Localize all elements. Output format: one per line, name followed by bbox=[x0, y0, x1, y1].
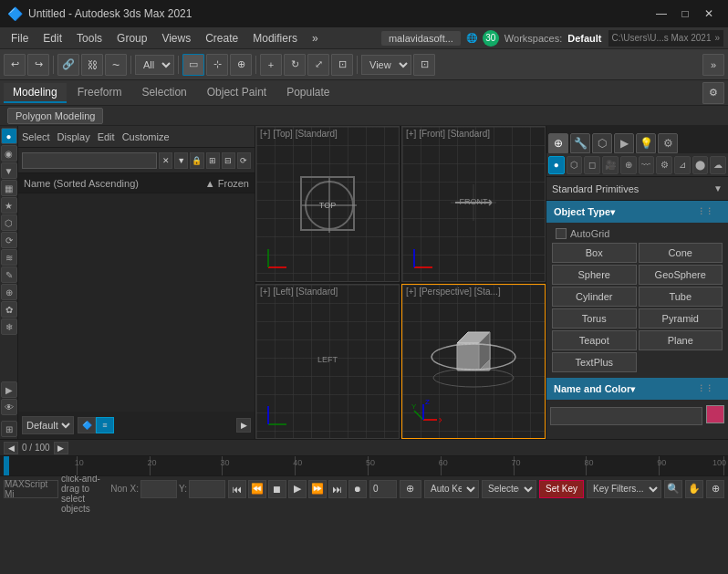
timeline-prev-button[interactable]: ◀ bbox=[4, 442, 18, 454]
move-button[interactable]: + bbox=[260, 54, 282, 76]
zoom-button[interactable]: 🔍 bbox=[664, 480, 682, 498]
tab-freeform[interactable]: Freeform bbox=[68, 83, 131, 103]
select-tool-2[interactable]: ⊹ bbox=[206, 54, 228, 76]
scene-menu-customize[interactable]: Customize bbox=[122, 131, 170, 142]
lp-icon-2[interactable]: ◉ bbox=[1, 145, 17, 162]
obj-btn-teapot[interactable]: Teapot bbox=[552, 330, 637, 350]
scene-menu-display[interactable]: Display bbox=[57, 131, 90, 142]
viewport-front[interactable]: [+] [Front] [Standard] FRONT bbox=[401, 126, 546, 282]
viewport-area[interactable]: [+] [Top] [Standard] TOP bbox=[255, 126, 546, 439]
lp-icon-9[interactable]: ✎ bbox=[1, 266, 17, 283]
redo-button[interactable]: ↪ bbox=[27, 54, 49, 76]
obj-btn-tube[interactable]: Tube bbox=[639, 287, 723, 307]
rp-tab-display[interactable]: 💡 bbox=[636, 133, 656, 153]
tab-modeling[interactable]: Modeling bbox=[4, 83, 67, 103]
stop-button[interactable]: ⏹ bbox=[268, 480, 286, 498]
maximize-button[interactable]: □ bbox=[673, 5, 697, 23]
rp-tab-create[interactable]: ⊕ bbox=[548, 133, 568, 153]
menu-more[interactable]: » bbox=[305, 30, 326, 47]
rp-stab-extra2[interactable]: ⬤ bbox=[692, 156, 709, 174]
timeline-cursor[interactable] bbox=[4, 456, 9, 475]
right-panel-dropdown[interactable]: Standard Primitives ▼ bbox=[546, 177, 728, 201]
additive-button[interactable]: ⊕ bbox=[400, 480, 421, 498]
lp-icon-eye[interactable]: 👁 bbox=[1, 399, 17, 415]
obj-btn-box[interactable]: Box bbox=[552, 243, 637, 263]
play-button[interactable]: ▶ bbox=[288, 480, 307, 498]
obj-btn-sphere[interactable]: Sphere bbox=[552, 265, 637, 285]
lp-icon-select[interactable]: ● bbox=[1, 128, 17, 144]
menu-file[interactable]: File bbox=[4, 30, 36, 47]
next-key-button[interactable]: ⏩ bbox=[308, 480, 327, 498]
hand-button[interactable]: ✋ bbox=[685, 480, 703, 498]
lp-icon-12[interactable]: ❄ bbox=[1, 318, 17, 335]
lp-icon-11[interactable]: ✿ bbox=[1, 301, 17, 318]
select-tool-1[interactable]: ▭ bbox=[182, 54, 204, 76]
menu-group[interactable]: Group bbox=[109, 30, 154, 47]
scene-collapse-button[interactable]: ⊟ bbox=[222, 152, 235, 169]
auto-key-dropdown[interactable]: Auto Key bbox=[424, 480, 479, 498]
y-input[interactable] bbox=[189, 480, 225, 498]
lp-icon-3[interactable]: ▼ bbox=[1, 162, 17, 179]
name-color-header[interactable]: Name and Color ▾ ⋮⋮ bbox=[546, 378, 728, 400]
minimize-button[interactable]: — bbox=[650, 5, 673, 23]
select-tool-3[interactable]: ⊕ bbox=[230, 54, 252, 76]
scene-menu-edit[interactable]: Edit bbox=[98, 131, 115, 142]
scene-filter-button[interactable]: ▼ bbox=[174, 152, 188, 169]
rp-tab-utilities[interactable]: ⚙ bbox=[658, 133, 678, 153]
record-button[interactable]: ⏺ bbox=[348, 480, 367, 498]
menu-views[interactable]: Views bbox=[154, 30, 198, 47]
rp-tab-modify[interactable]: 🔧 bbox=[570, 133, 590, 153]
maxscript-mini[interactable]: MAXScript Mi bbox=[4, 480, 58, 498]
scene-layer-btn1[interactable]: 🔷 bbox=[78, 417, 96, 433]
obj-btn-textplus[interactable]: TextPlus bbox=[552, 352, 637, 372]
object-type-header[interactable]: Object Type ▾ ⋮⋮ bbox=[546, 201, 728, 223]
scene-sync-button[interactable]: ⟳ bbox=[237, 152, 251, 169]
obj-btn-geosphere[interactable]: GeoSphere bbox=[639, 265, 723, 285]
rp-stab-systems[interactable]: ⚙ bbox=[656, 156, 672, 174]
menu-tools[interactable]: Tools bbox=[69, 30, 109, 47]
viewport-left[interactable]: [+] [Left] [Standard] LEFT bbox=[255, 284, 400, 440]
rp-stab-extra3[interactable]: ☁ bbox=[710, 156, 726, 174]
key-filters-dropdown[interactable]: Key Filters... bbox=[587, 480, 661, 498]
frame-input[interactable] bbox=[369, 480, 397, 498]
crosshair-button[interactable]: ⊕ bbox=[706, 480, 724, 498]
undo-button[interactable]: ↩ bbox=[4, 54, 26, 76]
viewport-top[interactable]: [+] [Top] [Standard] TOP bbox=[255, 126, 400, 282]
view-dropdown[interactable]: View bbox=[361, 55, 411, 75]
obj-btn-plane[interactable]: Plane bbox=[639, 330, 723, 350]
rp-stab-spacewarps[interactable]: 〰 bbox=[639, 156, 655, 174]
prev-key-button[interactable]: ⏪ bbox=[248, 480, 266, 498]
rp-stab-lights[interactable]: ◻ bbox=[584, 156, 600, 174]
timeline-next-button[interactable]: ▶ bbox=[54, 442, 68, 454]
next-frame-button[interactable]: ⏭ bbox=[328, 480, 347, 498]
tab-selection[interactable]: Selection bbox=[132, 83, 195, 103]
lp-icon-8[interactable]: ≋ bbox=[1, 249, 17, 266]
rp-tab-hierarchy[interactable]: ⬡ bbox=[592, 133, 612, 153]
close-button[interactable]: ✕ bbox=[697, 5, 721, 23]
bind-button[interactable]: ~ bbox=[105, 54, 127, 76]
object-name-input[interactable] bbox=[550, 407, 702, 425]
rotate-button[interactable]: ↻ bbox=[284, 54, 306, 76]
scene-expand-button[interactable]: ⊞ bbox=[206, 152, 220, 169]
rp-stab-geometry[interactable]: ● bbox=[548, 156, 565, 174]
scene-layer-dropdown[interactable]: Default bbox=[22, 416, 74, 434]
menu-create[interactable]: Create bbox=[198, 30, 245, 47]
rp-stab-shapes[interactable]: ⬡ bbox=[567, 156, 583, 174]
menu-edit[interactable]: Edit bbox=[36, 30, 69, 47]
scene-arrow[interactable]: ▶ bbox=[236, 418, 251, 433]
menu-modifiers[interactable]: Modifiers bbox=[245, 30, 305, 47]
polygon-modeling-button[interactable]: Polygon Modeling bbox=[7, 108, 103, 124]
scene-search-input[interactable] bbox=[22, 152, 157, 169]
x-input[interactable] bbox=[140, 480, 177, 498]
rp-tab-motion[interactable]: ▶ bbox=[614, 133, 634, 153]
lp-icon-4[interactable]: ▦ bbox=[1, 180, 17, 196]
snap-button[interactable]: ⊡ bbox=[331, 54, 353, 76]
tab-populate[interactable]: Populate bbox=[277, 83, 338, 103]
lp-icon-grid[interactable]: ⊞ bbox=[1, 421, 17, 437]
prev-frame-button[interactable]: ⏮ bbox=[228, 480, 246, 498]
set-key-button[interactable]: Set Key bbox=[539, 480, 584, 498]
toolbar-more-button[interactable]: » bbox=[702, 54, 724, 76]
scene-clear-button[interactable]: ✕ bbox=[159, 152, 172, 169]
scene-menu-select[interactable]: Select bbox=[22, 131, 50, 142]
timeline-track[interactable]: 10 20 30 40 50 60 70 80 90 100 bbox=[0, 456, 728, 475]
